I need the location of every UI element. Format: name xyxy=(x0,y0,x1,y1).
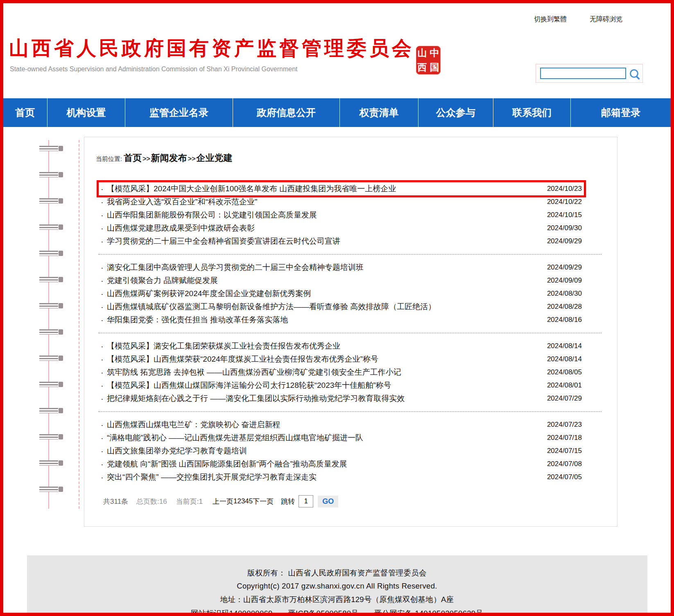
news-item: ·山西焦煤党建思政成果受到中煤政研会表彰2024/09/30 xyxy=(101,222,582,235)
news-link[interactable]: 山西焦煤镇城底矿仪器监测工马黎明创新设备维护方法——看听查修验 高效排故障（工匠… xyxy=(107,301,540,312)
bullet-icon: · xyxy=(101,420,107,430)
footer-line-1: 版权所有： 山西省人民政府国有资产监督管理委员会 xyxy=(27,568,647,578)
news-link[interactable]: 党建引领聚合力 品牌赋能促发展 xyxy=(107,275,540,286)
news-link[interactable]: 党建领航 向“新”图强 山西国际能源集团创新“两个融合”推动高质量发展 xyxy=(107,459,540,469)
news-link[interactable]: 山西焦煤党建思政成果受到中煤政研会表彰 xyxy=(107,223,540,233)
news-link[interactable]: 【模范风采】潞安化工集团荣获煤炭工业社会责任报告发布优秀企业 xyxy=(107,341,540,351)
page-number-1[interactable]: 1 xyxy=(233,497,237,505)
news-link[interactable]: 【模范风采】山西焦煤荣获“2024年度煤炭工业社会责任报告发布优秀企业”称号 xyxy=(107,354,540,365)
group-divider xyxy=(98,254,602,255)
footer-line-3: 地址：山西省太原市万柏林区滨河西路129号（原焦煤双创基地）A座 xyxy=(27,594,647,605)
footer-line-2: Copyright(c) 2017 gzw.shanxi.gov.cn All … xyxy=(27,582,647,591)
news-date: 2024/07/05 xyxy=(547,473,582,481)
page-number-2[interactable]: 2 xyxy=(237,497,241,505)
news-item: ·华阳集团党委：强化责任担当 推动改革任务落实落地2024/08/16 xyxy=(101,313,582,326)
page-number-3[interactable]: 3 xyxy=(241,497,245,505)
news-link[interactable]: 【模范风采】2024中国大企业创新100强名单发布 山西建投集团为我省唯一上榜企… xyxy=(107,183,540,194)
next-page-link[interactable]: 下一页 xyxy=(253,497,274,506)
main-nav: 首页机构设置监管企业名录政府信息公开权责清单公众参与联系我们邮箱登录 xyxy=(3,98,671,127)
search-input[interactable] xyxy=(540,68,626,79)
nav-item-mail-login[interactable]: 邮箱登录 xyxy=(570,98,671,127)
news-date: 2024/07/18 xyxy=(547,434,582,442)
breadcrumb-item-2[interactable]: 新闻发布 xyxy=(151,152,187,164)
seal-char: 中 xyxy=(430,48,439,58)
page-number-5[interactable]: 5 xyxy=(249,497,253,505)
group-divider xyxy=(98,333,602,333)
news-date: 2024/10/23 xyxy=(547,185,582,193)
nav-item-supervised-enterprises[interactable]: 监管企业名录 xyxy=(125,98,233,127)
breadcrumb: 当前位置: 首页>>新闻发布>>企业党建 xyxy=(96,152,617,164)
nav-item-duty-list[interactable]: 权责清单 xyxy=(339,98,418,127)
news-link[interactable]: 华阳集团党委：强化责任担当 推动改革任务落实落地 xyxy=(107,315,540,325)
news-date: 2024/07/15 xyxy=(547,447,582,455)
news-date: 2024/10/15 xyxy=(547,211,582,219)
news-link[interactable]: 学习贯彻党的二十届三中全会精神省国资委宣讲团在云时代公司宣讲 xyxy=(107,236,540,247)
page: { "topbar": { "links": ["切换到繁體", "无障碍浏览"… xyxy=(0,0,674,616)
total-count: 共311条 xyxy=(103,497,128,506)
news-link[interactable]: 山西焦煤两矿案例获评2024年度全国企业党建创新优秀案例 xyxy=(107,288,540,299)
bullet-icon: · xyxy=(101,289,107,299)
news-link[interactable]: “满格电能”践初心 ——记山西焦煤先进基层党组织西山煤电官地矿掘进一队 xyxy=(107,433,540,443)
news-link[interactable]: 山西焦煤西山煤电屯兰矿：党旗映初心 奋进启新程 xyxy=(107,419,540,430)
binding-dashed-line xyxy=(79,140,79,509)
news-item: ·党建引领聚合力 品牌赋能促发展2024/09/09 xyxy=(101,274,582,287)
binder-clip-icon xyxy=(39,198,58,204)
news-link[interactable]: 山西华阳集团新能股份有限公司：以党建引领国企高质量发展 xyxy=(107,210,540,220)
news-link[interactable]: 山西文旅集团举办党纪学习教育专题培训 xyxy=(107,446,540,456)
nav-item-organization[interactable]: 机构设置 xyxy=(47,98,125,127)
group-divider xyxy=(98,411,602,412)
news-link[interactable]: 突出“四个聚焦” ——交控集团扎实开展党纪学习教育走深走实 xyxy=(107,472,540,482)
switch-traditional-link[interactable]: 切换到繁體 xyxy=(534,15,567,24)
nav-item-contact-us[interactable]: 联系我们 xyxy=(493,98,570,127)
nav-item-home[interactable]: 首页 xyxy=(3,98,47,127)
bullet-icon: · xyxy=(101,460,107,469)
search-icon[interactable] xyxy=(630,69,638,78)
news-date: 2024/07/08 xyxy=(547,460,582,468)
page-number-4[interactable]: 4 xyxy=(245,497,249,505)
nav-item-gov-info[interactable]: 政府信息公开 xyxy=(233,98,340,127)
breadcrumb-label: 当前位置: xyxy=(96,155,122,163)
binding-line xyxy=(48,140,49,509)
news-item-highlighted: ·【模范风采】2024中国大企业创新100强名单发布 山西建投集团为我省唯一上榜… xyxy=(97,180,586,197)
prev-page-link[interactable]: 上一页 xyxy=(213,497,233,506)
news-item: ·我省两企业入选“双百企业”和“科改示范企业”2024/10/22 xyxy=(101,195,582,208)
bullet-icon: · xyxy=(101,184,107,194)
bullet-icon: · xyxy=(101,394,107,403)
binder-clip-icon xyxy=(39,251,58,256)
news-item: ·山西焦煤镇城底矿仪器监测工马黎明创新设备维护方法——看听查修验 高效排故障（工… xyxy=(101,300,582,313)
site-title: 山西省人民政府国有资产监督管理委员会 xyxy=(9,35,414,61)
binder-clip-icon xyxy=(39,277,58,282)
news-link[interactable]: 我省两企业入选“双百企业”和“科改示范企业” xyxy=(107,197,540,207)
binder-clip-icon xyxy=(39,487,58,492)
footer: 版权所有： 山西省人民政府国有资产监督管理委员会Copyright(c) 201… xyxy=(27,555,647,616)
bullet-icon: · xyxy=(101,263,107,272)
binder-clip-icon xyxy=(39,382,58,387)
news-link[interactable]: 筑牢防线 拓宽思路 去掉包袱 ——山西焦煤汾西矿业柳湾矿党建引领安全生产工作小记 xyxy=(107,367,540,378)
news-date: 2024/10/22 xyxy=(547,198,582,206)
breadcrumb-item-3[interactable]: 企业党建 xyxy=(197,152,233,164)
bullet-icon: · xyxy=(101,315,107,325)
news-date: 2024/08/16 xyxy=(547,316,582,324)
news-item: ·山西焦煤两矿案例获评2024年度全国企业党建创新优秀案例2024/08/30 xyxy=(101,287,582,300)
bullet-icon: · xyxy=(101,368,107,377)
news-date: 2024/08/01 xyxy=(547,381,582,390)
news-date: 2024/08/28 xyxy=(547,303,582,311)
news-item: ·山西华阳集团新能股份有限公司：以党建引领国企高质量发展2024/10/15 xyxy=(101,208,582,222)
binder-clip-icon xyxy=(39,408,58,413)
topbar: 切换到繁體 无障碍浏览 xyxy=(3,3,671,24)
news-item: ·山西焦煤西山煤电屯兰矿：党旗映初心 奋进启新程2024/07/23 xyxy=(101,418,582,431)
news-link[interactable]: 把纪律规矩烙刻在心践之于行 ——潞安化工集团以实际行动推动党纪学习教育取得实效 xyxy=(107,393,540,404)
binder-clip-icon xyxy=(39,329,58,335)
breadcrumb-items: 首页>>新闻发布>>企业党建 xyxy=(124,152,232,164)
news-link[interactable]: 潞安化工集团中高级管理人员学习贯彻党的二十届三中全会精神专题培训班 xyxy=(107,262,540,273)
jump-page-input[interactable] xyxy=(299,495,313,507)
news-item: ·【模范风采】山西焦煤山煤国际海洋运输分公司太行128轮获“2023年十佳船舶”… xyxy=(101,379,582,392)
news-date: 2024/08/14 xyxy=(547,342,582,350)
nav-item-public-participation[interactable]: 公众参与 xyxy=(418,98,493,127)
binder-clip-icon xyxy=(39,434,58,439)
footer-line-4: 网站标识码1400000069 晋ICP备05000580号 晋公网安备 140… xyxy=(27,608,647,616)
news-link[interactable]: 【模范风采】山西焦煤山煤国际海洋运输分公司太行128轮获“2023年十佳船舶”称… xyxy=(107,380,540,391)
accessibility-link[interactable]: 无障碍浏览 xyxy=(590,15,622,24)
go-button[interactable]: GO xyxy=(318,496,338,507)
breadcrumb-item-1[interactable]: 首页 xyxy=(124,152,142,164)
